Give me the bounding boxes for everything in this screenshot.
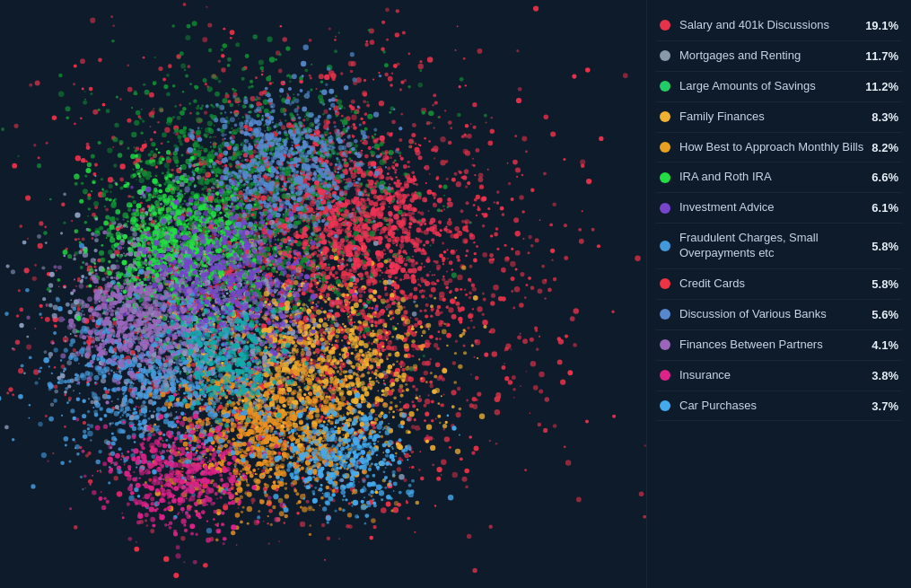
legend-dot xyxy=(660,20,670,31)
legend-label: Salary and 401k Discussions xyxy=(679,18,858,33)
legend-dot xyxy=(660,278,670,289)
legend-percent: 3.7% xyxy=(872,399,898,413)
legend-percent: 5.8% xyxy=(872,277,898,291)
legend-item: IRA and Roth IRA 6.6% xyxy=(656,162,902,193)
legend-label: Credit Cards xyxy=(679,276,864,292)
legend-item: Credit Cards 5.8% xyxy=(656,269,902,300)
legend-item: Family Finances 8.3% xyxy=(656,102,902,133)
legend-dot xyxy=(660,339,670,350)
scatter-plot-area xyxy=(0,0,646,588)
legend-item: Investment Advice 6.1% xyxy=(656,193,902,224)
legend-item: Finances Between Partners 4.1% xyxy=(656,330,902,361)
legend-dot xyxy=(660,81,670,92)
legend-label: Mortgages and Renting xyxy=(679,48,858,64)
legend-label: Insurance xyxy=(679,368,864,383)
legend-item: Insurance 3.8% xyxy=(656,361,902,391)
legend-dot xyxy=(660,309,670,320)
legend-item: Large Amounts of Savings 11.2% xyxy=(656,72,902,102)
legend-item: Car Purchases 3.7% xyxy=(656,391,902,422)
legend-item: Fraudulent Charges, Small Overpayments e… xyxy=(656,224,902,269)
legend-label: Large Amounts of Savings xyxy=(679,79,858,94)
legend-item: How Best to Approach Monthly Bills 8.2% xyxy=(656,133,902,163)
legend-percent: 11.2% xyxy=(865,80,898,93)
legend-percent: 5.8% xyxy=(872,240,898,253)
legend-percent: 11.7% xyxy=(865,49,898,63)
legend-dot xyxy=(660,370,670,381)
legend-dot xyxy=(660,142,670,153)
legend-percent: 6.1% xyxy=(872,201,898,215)
legend-panel: Salary and 401k Discussions 19.1% Mortga… xyxy=(646,0,911,588)
legend-dot xyxy=(660,50,670,61)
legend-label: Car Purchases xyxy=(679,399,864,414)
legend-item: Discussion of Various Banks 5.6% xyxy=(656,300,902,330)
legend-percent: 8.2% xyxy=(872,141,898,154)
legend-percent: 6.6% xyxy=(872,171,898,184)
legend-label: Family Finances xyxy=(679,110,864,125)
legend-dot xyxy=(660,400,670,411)
legend-label: Discussion of Various Banks xyxy=(679,307,864,322)
legend-percent: 19.1% xyxy=(865,19,898,32)
legend-dot xyxy=(660,172,670,183)
legend-percent: 8.3% xyxy=(872,110,898,124)
legend-label: Investment Advice xyxy=(679,200,864,215)
legend-percent: 5.6% xyxy=(872,308,898,321)
legend-label: IRA and Roth IRA xyxy=(679,170,864,185)
legend-dot xyxy=(660,241,670,251)
legend-label: Finances Between Partners xyxy=(679,338,864,353)
legend-label: Fraudulent Charges, Small Overpayments e… xyxy=(679,231,864,261)
legend-percent: 3.8% xyxy=(872,369,898,382)
legend-item: Salary and 401k Discussions 19.1% xyxy=(656,11,902,41)
legend-dot xyxy=(660,203,670,214)
legend-label: How Best to Approach Monthly Bills xyxy=(679,140,864,155)
legend-item: Mortgages and Renting 11.7% xyxy=(656,41,902,72)
legend-percent: 4.1% xyxy=(872,338,898,352)
scatter-canvas xyxy=(0,0,646,588)
legend-dot xyxy=(660,111,670,122)
